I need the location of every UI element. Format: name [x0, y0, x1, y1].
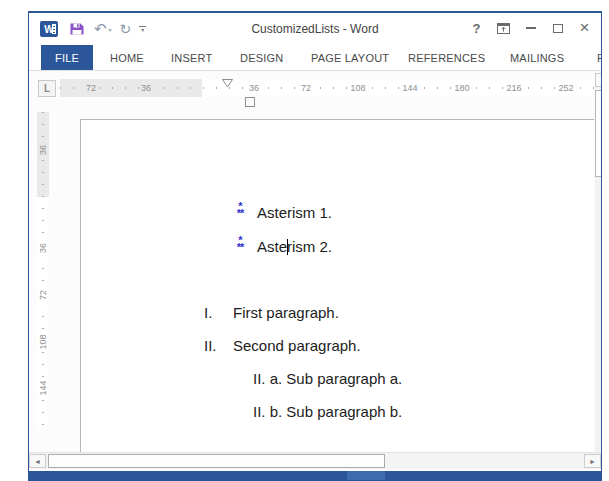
ruler-number: 180: [452, 82, 471, 94]
document-page[interactable]: * ** Asterism 1. * ** Asterism 2. I. F: [80, 119, 594, 452]
close-icon: ×: [580, 18, 590, 38]
ruler-number: 36: [247, 82, 261, 94]
tab-design[interactable]: DESIGN: [226, 45, 297, 70]
screen: W ↶ ▾ ↻: [0, 0, 609, 481]
list-number: II.: [204, 337, 217, 354]
ribbon-display-options-button[interactable]: [490, 17, 517, 39]
undo-button[interactable]: ↶: [94, 18, 107, 40]
sub-list-item-1[interactable]: II. a. Sub paragraph a.: [253, 370, 402, 387]
sub-list-item-2[interactable]: II. b. Sub paragraph b.: [253, 403, 402, 420]
ruler-number: 144: [37, 378, 49, 398]
arrow-left-icon: ◄: [34, 458, 41, 465]
horizontal-ruler[interactable]: 72 36 36 72 108 144 180 216 252: [60, 79, 594, 97]
help-icon: ?: [473, 21, 481, 36]
redo-icon: ↻: [120, 21, 132, 37]
vertical-scrollbar-thumb[interactable]: [595, 90, 601, 177]
ruler-number: 252: [556, 82, 575, 94]
maximize-button[interactable]: [544, 17, 571, 39]
ruler-number: 108: [37, 332, 49, 352]
maximize-icon: [553, 24, 563, 33]
arrow-right-icon: ►: [589, 458, 596, 465]
title-bar: W ↶ ▾ ↻: [29, 13, 601, 45]
minimize-icon: [526, 27, 536, 29]
quick-access-toolbar: W ↶ ▾ ↻: [40, 13, 146, 45]
tab-references[interactable]: REFERENCES: [394, 45, 499, 70]
status-bar-section: [347, 471, 385, 481]
bullet-item-2[interactable]: Asterism 2.: [257, 238, 332, 255]
tab-file[interactable]: FILE: [41, 45, 93, 70]
chevron-down-icon: ▾: [109, 26, 112, 33]
horizontal-scrollbar[interactable]: ◄ ►: [29, 452, 601, 469]
help-button[interactable]: ?: [463, 17, 490, 39]
ruler-number: 144: [400, 82, 419, 94]
vertical-ruler[interactable]: 36 36 72 108 144: [37, 112, 49, 428]
tab-stop-icon: L: [44, 83, 50, 94]
ruler-number: 72: [299, 82, 313, 94]
list-item-1[interactable]: First paragraph.: [233, 304, 339, 321]
status-bar: [29, 471, 601, 481]
window-controls: ? ×: [463, 13, 598, 43]
tab-page-layout[interactable]: PAGE LAYOUT: [297, 45, 403, 70]
tab-review[interactable]: REVIEW: [583, 45, 602, 70]
word-window: W ↶ ▾ ↻: [28, 11, 602, 481]
document-workspace: L 72 36 36 72 108 144 180 216 252: [29, 71, 601, 481]
ribbon-display-options-icon: [497, 23, 510, 34]
word-logo-page: [52, 24, 56, 34]
tab-mailings[interactable]: MAILINGS: [496, 45, 578, 70]
chevron-down-icon: ▾: [141, 28, 144, 32]
horizontal-scrollbar-thumb[interactable]: [48, 454, 385, 468]
ruler-number: 72: [84, 82, 98, 94]
save-icon: [69, 21, 85, 37]
ruler-number: 36: [37, 238, 49, 258]
ruler-number: 216: [504, 82, 523, 94]
ruler-number: 36: [139, 82, 153, 94]
undo-icon: ↶: [94, 20, 107, 38]
scroll-right-button[interactable]: ►: [584, 454, 601, 468]
vertical-scrollbar-top-button[interactable]: [595, 73, 601, 87]
tab-home[interactable]: HOME: [96, 45, 158, 70]
close-button[interactable]: ×: [571, 17, 598, 39]
asterism-bullet-icon: * **: [231, 203, 249, 217]
word-app-icon[interactable]: W: [40, 21, 58, 37]
asterism-bullet-icon: * **: [231, 237, 249, 251]
tab-insert[interactable]: INSERT: [157, 45, 226, 70]
minimize-button[interactable]: [517, 17, 544, 39]
redo-button[interactable]: ↻: [120, 18, 132, 40]
ruler-number: 108: [348, 82, 367, 94]
tab-stop-selector[interactable]: L: [38, 80, 56, 97]
customize-quick-access-button[interactable]: ▾: [139, 18, 146, 40]
window-title: CustomizedLists - Word: [251, 13, 378, 45]
ruler-number: 36: [37, 140, 49, 160]
undo-dropdown-button[interactable]: ▾: [109, 18, 112, 40]
ruler-number: 72: [37, 285, 49, 305]
first-line-indent-marker[interactable]: [222, 79, 233, 88]
list-item-2[interactable]: Second paragraph.: [233, 337, 361, 354]
bullet-item-1[interactable]: Asterism 1.: [257, 204, 332, 221]
vertical-scrollbar[interactable]: [595, 73, 601, 452]
list-number: I.: [204, 304, 212, 321]
scroll-left-button[interactable]: ◄: [29, 454, 46, 468]
ribbon-tab-bar: FILE HOME INSERT DESIGN PAGE LAYOUT REFE…: [29, 45, 601, 71]
left-indent-marker[interactable]: [245, 97, 255, 107]
save-button[interactable]: [69, 18, 85, 40]
